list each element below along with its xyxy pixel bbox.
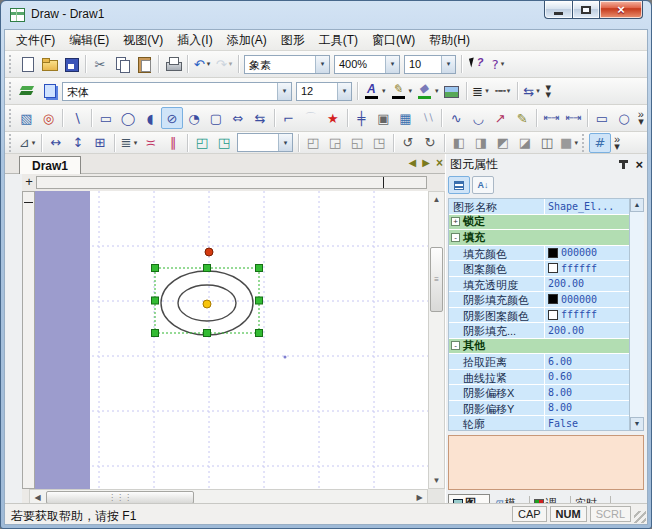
property-row[interactable]: 拾取距离6.00 <box>449 354 643 370</box>
flip-h-button[interactable]: ◧ <box>448 133 470 153</box>
toolbar-overflow-button[interactable]: ▾▾ <box>546 84 552 97</box>
page-setup-button[interactable] <box>38 80 60 102</box>
open-curve-button[interactable]: ◡ <box>467 107 489 129</box>
bring-front-button[interactable]: ◰ <box>302 133 324 153</box>
property-category-row[interactable]: -填充 <box>449 230 643 246</box>
menu-item-1[interactable]: 文件(F) <box>9 30 62 51</box>
combine-button[interactable]: ◰ <box>191 133 213 153</box>
spacing-button[interactable]: ≣▾ <box>118 133 140 153</box>
bring-forward-button[interactable]: ◱ <box>346 133 368 153</box>
equal-size-button[interactable]: ⊞ <box>89 133 111 153</box>
rotate-right-button[interactable]: ↻ <box>419 133 441 153</box>
toolbar-grip[interactable] <box>9 134 14 152</box>
polyline-tool-button[interactable]: ⌐ <box>278 107 300 129</box>
panel-close-icon[interactable]: × <box>635 158 643 171</box>
font-size-combo[interactable]: 12▾ <box>296 82 352 101</box>
sort-alphabetical-button[interactable]: A↓ <box>472 176 494 194</box>
scroll-down-icon[interactable]: ▼ <box>429 473 444 488</box>
menu-item-6[interactable]: 图形 <box>274 30 312 51</box>
font-color-button-dropdown-icon[interactable]: ▾ <box>382 87 386 95</box>
scroll-up-icon[interactable]: ▲ <box>429 192 444 207</box>
vertical-scroll-thumb[interactable]: ≡ <box>430 247 443 312</box>
print-button[interactable] <box>162 53 184 75</box>
toolbar-grip[interactable] <box>9 55 14 73</box>
font-combo[interactable]: 宋体▾ <box>62 82 292 101</box>
menu-item-2[interactable]: 编辑(E) <box>62 30 116 51</box>
shadow-color-button[interactable]: ■▾ <box>558 133 580 153</box>
arc-tool-button[interactable]: ◖ <box>139 107 161 129</box>
vertical-ruler[interactable] <box>22 191 35 489</box>
grid-size-combo[interactable]: 10▾ <box>404 55 456 74</box>
layer-combo[interactable]: ▾ <box>237 133 293 152</box>
close-button[interactable]: × <box>599 1 643 19</box>
arrow-style-button-dropdown-icon[interactable]: ▾ <box>536 87 540 95</box>
line-color-button[interactable]: ▾ <box>388 80 415 102</box>
zoom-combo-dropdown-icon[interactable]: ▾ <box>385 56 399 73</box>
drawing-canvas[interactable] <box>35 191 428 489</box>
font-color-button[interactable]: ▾ <box>361 80 388 102</box>
property-row[interactable]: 图形名称Shape_El... <box>449 199 643 215</box>
pie-tool-button[interactable]: ◔ <box>183 107 205 129</box>
hatch-button[interactable]: ∖∖ <box>416 107 438 129</box>
split-button[interactable]: ╪ <box>350 107 372 129</box>
equal-width-button[interactable]: ↔ <box>45 133 67 153</box>
grid-size-combo-dropdown-icon[interactable]: ▾ <box>441 56 455 73</box>
fill-color-button[interactable]: ▾ <box>414 80 441 102</box>
callout-rect-button[interactable]: ▭ <box>591 107 613 129</box>
ellipse-tool-button[interactable]: ◯ <box>117 107 139 129</box>
snap-grid-button[interactable]: # <box>589 133 611 153</box>
rotate-left-button[interactable]: ↺ <box>397 133 419 153</box>
minimize-button[interactable] <box>544 1 572 19</box>
curve-arrow-tool-button[interactable]: ⇆ <box>249 107 271 129</box>
dimension-v-button[interactable]: ⇤⇥ <box>562 107 584 129</box>
arrow-style-button[interactable]: ⇆▾ <box>521 80 543 102</box>
expand-icon[interactable]: + <box>451 217 460 226</box>
resize-grip[interactable] <box>634 511 646 523</box>
canvas-vertical-scrollbar[interactable]: ▲ ≡ ▼ <box>428 191 445 489</box>
shadow-style-button[interactable]: ◩ <box>492 133 514 153</box>
open-button[interactable] <box>38 53 60 75</box>
selection-handle[interactable] <box>152 297 159 304</box>
image-frame-button[interactable]: ▧ <box>15 107 37 129</box>
equal-height-button[interactable]: ↕ <box>67 133 89 153</box>
menu-item-4[interactable]: 插入(I) <box>170 30 219 51</box>
unit-combo[interactable]: 象素▾ <box>244 55 330 74</box>
double-arrow-tool-button[interactable]: ⇔ <box>227 107 249 129</box>
font-combo-dropdown-icon[interactable]: ▾ <box>277 83 291 100</box>
undo-button[interactable]: ↶▾ <box>191 53 213 75</box>
paste-button[interactable] <box>133 53 155 75</box>
selection-handle[interactable] <box>204 330 211 337</box>
zoom-combo[interactable]: 400%▾ <box>334 55 400 74</box>
screen-button[interactable]: ▣ <box>372 107 394 129</box>
selection-handle[interactable] <box>256 330 263 337</box>
center-vertical-button[interactable]: ≍ <box>140 133 162 153</box>
copy-button[interactable] <box>111 53 133 75</box>
property-row[interactable]: 阴影填充...200.00 <box>449 323 643 339</box>
center-horizontal-button[interactable]: ∥ <box>162 133 184 153</box>
redo-button[interactable]: ↷▾ <box>213 53 235 75</box>
tab-close-icon[interactable]: × <box>436 157 443 169</box>
callout-oval-button[interactable]: ○ <box>613 107 635 129</box>
shadow-style2-button[interactable]: ◪ <box>514 133 536 153</box>
help-button[interactable]: ?▾ <box>487 53 509 75</box>
document-tab[interactable]: Draw1 <box>19 156 81 174</box>
rect-tool-button[interactable]: ▭ <box>95 107 117 129</box>
menu-item-3[interactable]: 视图(V) <box>116 30 170 51</box>
selection-handle[interactable] <box>204 265 211 272</box>
group-button[interactable]: ◳ <box>213 133 235 153</box>
help-button-dropdown-icon[interactable]: ▾ <box>501 60 505 68</box>
toolbar-grip[interactable] <box>9 82 14 100</box>
grid-scroll-up-icon[interactable]: ▲ <box>630 198 644 212</box>
property-grid-scrollbar[interactable]: ▲ ▼ <box>629 198 644 431</box>
property-row[interactable]: 阴影图案颜色ffffff <box>449 308 643 324</box>
menu-item-5[interactable]: 添加(A) <box>220 30 274 51</box>
font-size-combo-dropdown-icon[interactable]: ▾ <box>337 83 351 100</box>
property-row[interactable]: 曲线拉紧0.60 <box>449 370 643 386</box>
property-row[interactable]: 轮廓False <box>449 416 643 431</box>
redo-button-dropdown-icon[interactable]: ▾ <box>229 60 233 68</box>
property-row[interactable]: 阴影填充颜色000000 <box>449 292 643 308</box>
line-width-button[interactable]: ≣▾ <box>470 80 492 102</box>
collapse-icon[interactable]: - <box>451 233 460 242</box>
align-shapes-button-dropdown-icon[interactable]: ▾ <box>32 139 36 147</box>
fill-color-button-dropdown-icon[interactable]: ▾ <box>435 87 439 95</box>
